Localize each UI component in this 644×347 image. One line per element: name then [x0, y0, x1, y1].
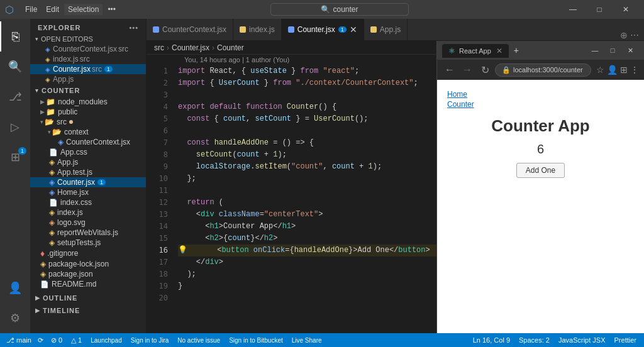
browser-close-button[interactable]: ✕ — [621, 44, 639, 57]
open-file-countercontext[interactable]: ◈ CounterContext.jsx src — [30, 44, 146, 54]
open-editors-header[interactable]: ▾ OPEN EDITORS — [30, 34, 146, 44]
breadcrumb-src[interactable]: src — [154, 43, 164, 52]
code-line-12: return ( — [178, 197, 436, 209]
profile-icon[interactable]: 👤 — [607, 65, 618, 75]
code-line-1: import React, { useState } from "react"; — [178, 65, 436, 77]
close-button[interactable]: ✕ — [613, 3, 639, 16]
folder-icon: 📁 — [46, 97, 55, 106]
language-status[interactable]: JavaScript JSX — [555, 336, 609, 344]
git-branch-icon: ⎇ — [6, 336, 14, 344]
home-nav-link[interactable]: Home — [447, 90, 634, 99]
prettier-status[interactable]: Prettier — [611, 336, 640, 344]
sidebar-item-webvitals[interactable]: ◈ reportWebVitals.js — [30, 228, 146, 238]
file-icon: ◈ — [49, 208, 55, 217]
sidebar-item-counterjsx[interactable]: ◈ Counter.jsx 1 — [30, 177, 146, 187]
menu-file[interactable]: File — [21, 4, 41, 15]
menu-more[interactable]: ••• — [104, 4, 119, 15]
more-actions-icon[interactable]: ⋯ — [630, 30, 639, 40]
run-icon[interactable]: ▷ — [0, 112, 30, 142]
sidebar-item-setuptests[interactable]: ◈ setupTests.js — [30, 238, 146, 248]
add-one-button[interactable]: Add One — [516, 163, 565, 178]
sidebar-item-src[interactable]: ▾ 📂 src — [30, 117, 146, 127]
minimize-button[interactable]: — — [560, 3, 586, 16]
sidebar-more-btn[interactable]: ••• — [129, 24, 138, 31]
sidebar-item-readme[interactable]: 📄 README.md — [30, 279, 146, 289]
sidebar-item-node-modules[interactable]: ▶ 📁 node_modules — [30, 97, 146, 107]
new-tab-button[interactable]: + — [509, 43, 524, 58]
git-branch-status[interactable]: ⎇ main — [4, 336, 34, 344]
sidebar-item-packagejson[interactable]: ◈ package.json — [30, 269, 146, 279]
extensions-browser-icon[interactable]: ⊞ — [620, 65, 628, 75]
open-file-index[interactable]: ◈ index.js src — [30, 54, 146, 64]
source-control-icon[interactable]: ⎇ — [0, 82, 30, 112]
restore-button[interactable]: □ — [586, 3, 613, 16]
sidebar-item-indexcss[interactable]: 📄 index.css — [30, 197, 146, 207]
tab-close-icon[interactable]: ✕ — [350, 25, 357, 35]
counter-nav-link[interactable]: Counter — [447, 100, 634, 109]
breadcrumb-symbol[interactable]: Counter — [217, 43, 244, 52]
sidebar-item-appcss[interactable]: 📄 App.css — [30, 147, 146, 157]
jira-status[interactable]: Sign in to Jira — [127, 337, 173, 344]
counter-value: 6 — [447, 142, 634, 157]
react-logo: ⚛ — [448, 47, 455, 55]
browser-more-icon[interactable]: ⋮ — [630, 65, 639, 75]
forward-button[interactable]: → — [460, 62, 475, 77]
browser-tab-close-icon[interactable]: ✕ — [496, 47, 502, 55]
sidebar-item-indexjs[interactable]: ◈ index.js — [30, 207, 146, 218]
open-file-app[interactable]: ◈ App.js — [30, 74, 146, 84]
tab-appjs[interactable]: App.js — [364, 19, 408, 40]
bookmark-icon[interactable]: ☆ — [596, 65, 604, 75]
split-editor-icon[interactable]: ⊕ — [620, 30, 628, 40]
sidebar-item-countercontext[interactable]: ◈ CounterContext.jsx — [30, 137, 146, 147]
tab-counterjsx[interactable]: Counter.jsx 1 ✕ — [282, 19, 364, 40]
live-share-status[interactable]: Live Share — [288, 337, 326, 344]
outline-header[interactable]: ▶ OUTLINE — [30, 292, 146, 304]
menu-edit[interactable]: Edit — [42, 4, 63, 15]
sidebar-item-apptest[interactable]: ◈ App.test.js — [30, 167, 146, 177]
title-search-box[interactable]: 🔍 counter — [270, 3, 409, 16]
bitbucket-status[interactable]: Sign in to Bitbucket — [225, 337, 287, 344]
menu-selection[interactable]: Selection — [64, 4, 103, 15]
sync-status[interactable]: ⟳ — [35, 336, 46, 344]
address-bar[interactable]: 🔒 localhost:3000/counter — [495, 63, 591, 77]
browser-minimize-button[interactable]: — — [586, 44, 604, 57]
no-issue-status[interactable]: No active issue — [174, 337, 224, 344]
open-file-counter[interactable]: ◈ Counter.jsx src 1 — [30, 64, 146, 74]
search-icon[interactable]: 🔍 — [0, 52, 30, 82]
sidebar-item-gitignore[interactable]: ♦ .gitignore — [30, 248, 146, 259]
arrow-down-icon: ▾ — [48, 129, 51, 135]
warnings-status[interactable]: △ 1 — [67, 336, 86, 344]
explorer-icon[interactable]: ⎘ — [0, 21, 30, 52]
extensions-icon[interactable]: ⊞ 1 — [0, 142, 30, 172]
sidebar-item-appjs[interactable]: ◈ App.js — [30, 157, 146, 167]
file-icon: ◈ — [45, 66, 50, 73]
breadcrumb-file[interactable]: Counter.jsx — [172, 43, 209, 52]
tab-indexjs[interactable]: index.js — [233, 19, 282, 40]
file-icon: ◈ — [49, 178, 55, 187]
refresh-button[interactable]: ↻ — [477, 62, 492, 77]
browser-tab-react[interactable]: ⚛ React App ✕ — [442, 44, 509, 58]
spaces-status[interactable]: Spaces: 2 — [515, 336, 553, 344]
sidebar-item-logo[interactable]: ◈ logo.svg — [30, 218, 146, 228]
sidebar-item-public[interactable]: ▶ 📁 public — [30, 107, 146, 117]
sidebar-item-home[interactable]: ◈ Home.jsx — [30, 187, 146, 197]
sidebar-item-context[interactable]: ▾ 📂 context — [30, 127, 146, 137]
code-content[interactable]: import React, { useState } from "react";… — [173, 65, 436, 333]
browser-restore-button[interactable]: □ — [604, 44, 621, 57]
code-editor[interactable]: 12345 678910 1112131415 1617181920 impor… — [147, 65, 436, 333]
arrow-down-icon: ▾ — [40, 119, 43, 125]
tab-countercontext[interactable]: CounterContext.jsx — [147, 19, 233, 40]
errors-status[interactable]: ⊘ 0 — [47, 336, 66, 344]
line-col-status[interactable]: Ln 16, Col 9 — [469, 336, 514, 344]
sidebar-item-packagelock[interactable]: ◈ package-lock.json — [30, 259, 146, 269]
folder-name: src — [57, 118, 67, 126]
accounts-icon[interactable]: 👤 — [0, 273, 30, 303]
launchpad-status[interactable]: Launchpad — [87, 337, 126, 344]
timeline-header[interactable]: ▶ TIMELINE — [30, 304, 146, 317]
counter-section-header[interactable]: ▾ COUNTER — [30, 84, 146, 97]
settings-icon[interactable]: ⚙ — [0, 303, 30, 333]
code-line-19: } — [178, 280, 436, 292]
tab-file-icon — [370, 26, 377, 33]
back-button[interactable]: ← — [442, 62, 457, 77]
tab-label: App.js — [380, 25, 401, 34]
